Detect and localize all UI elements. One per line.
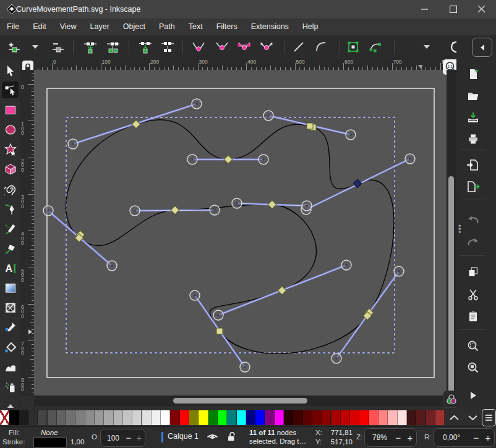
palette-swatch[interactable] (331, 410, 341, 425)
print-button[interactable] (465, 131, 481, 147)
palette-swatch[interactable] (208, 410, 218, 425)
zoom-increase-button[interactable]: + (404, 433, 416, 443)
paste-button[interactable] (465, 308, 481, 324)
menu-item-layer[interactable]: Layer (83, 19, 116, 35)
opacity-value[interactable]: 100 (107, 434, 124, 442)
break-nodes-button[interactable] (137, 39, 153, 55)
zoom-to-selection-button[interactable] (465, 338, 481, 354)
palette-swatch[interactable] (398, 410, 407, 425)
rectangle-tool-button[interactable] (2, 101, 19, 118)
palette-swatch[interactable] (369, 410, 378, 425)
palette-swatch[interactable] (104, 410, 113, 425)
palette-swatch[interactable] (161, 410, 170, 425)
vertical-scrollbar[interactable] (447, 70, 456, 395)
palette-swatch[interactable] (75, 410, 85, 425)
layer-name[interactable]: Calque 1 (168, 432, 199, 441)
undo-button[interactable] (465, 212, 481, 228)
palette-swatch[interactable] (246, 410, 255, 425)
palette-swatch[interactable] (237, 410, 246, 425)
menu-item-file[interactable]: File (0, 19, 26, 35)
panel-resize-handle[interactable]: ••• (458, 224, 461, 234)
tweak-tool-button[interactable] (2, 358, 19, 375)
rotation-spinbox[interactable]: 0,00° − + (434, 428, 495, 447)
palette-swatch[interactable] (416, 410, 425, 425)
canvas-viewport[interactable] (34, 70, 447, 395)
palette-swatch[interactable] (303, 410, 312, 425)
palette-swatch[interactable] (359, 410, 369, 425)
collapse-toolbar-button[interactable] (472, 38, 492, 57)
fill-value[interactable]: None (41, 429, 58, 436)
menu-item-help[interactable]: Help (296, 19, 325, 35)
mesh-gradient-tool-button[interactable] (2, 299, 19, 316)
ellipse-tool-button[interactable] (2, 121, 19, 138)
stroke-width-value[interactable]: 1,00 (71, 438, 84, 446)
pen-tool-button[interactable] (2, 200, 19, 217)
selector-tool-button[interactable] (2, 62, 19, 79)
layer-lock-icon[interactable] (226, 431, 236, 443)
zoom-spinbox[interactable]: 78% − + (364, 428, 417, 447)
close-button[interactable] (468, 0, 496, 19)
new-document-button[interactable] (465, 66, 481, 82)
save-document-button[interactable] (465, 157, 481, 173)
gradient-tool-button[interactable] (2, 279, 19, 296)
palette-swatch[interactable] (435, 410, 445, 425)
delete-segment-button[interactable] (160, 39, 176, 55)
palette-swatch[interactable] (114, 410, 123, 425)
palette-scroll-down-button[interactable] (465, 411, 480, 425)
palette-swatch[interactable] (293, 410, 302, 425)
palette-swatch[interactable] (284, 410, 293, 425)
palette-swatch[interactable] (57, 410, 66, 425)
menu-item-extensions[interactable]: Extensions (244, 19, 296, 35)
palette-swatch[interactable] (132, 410, 142, 425)
palette-swatch[interactable] (341, 410, 350, 425)
delete-node-button[interactable] (50, 39, 66, 55)
palette-swatch[interactable] (218, 410, 227, 425)
palette-swatch[interactable] (255, 410, 265, 425)
opacity-increase-button[interactable]: + (134, 433, 145, 443)
palette-swatch[interactable] (378, 410, 388, 425)
show-transform-handles-button[interactable] (448, 39, 464, 55)
opacity-decrease-button[interactable]: − (124, 433, 134, 443)
palette-swatch[interactable] (66, 410, 75, 425)
insert-node-button[interactable] (6, 39, 22, 55)
palette-swatch[interactable] (275, 410, 284, 425)
join-nodes-button[interactable] (82, 39, 98, 55)
stroke-to-path-button[interactable] (367, 39, 383, 55)
stroke-color-swatch[interactable] (33, 437, 67, 447)
export-button[interactable] (465, 179, 481, 195)
palette-swatch[interactable] (170, 410, 179, 425)
palette-swatch[interactable] (312, 410, 322, 425)
dropper-tool-button[interactable] (2, 319, 19, 336)
import-button[interactable] (465, 109, 481, 125)
palette-swatch[interactable] (48, 410, 57, 425)
symmetric-node-button[interactable] (236, 39, 252, 55)
vertical-scrollbar-thumb[interactable] (448, 176, 454, 394)
zoom-decrease-button[interactable]: − (393, 433, 404, 443)
rotation-decrease-button[interactable]: − (471, 433, 482, 443)
palette-swatch[interactable] (19, 410, 28, 425)
smooth-node-button[interactable] (214, 39, 230, 55)
node-tool-button[interactable] (2, 82, 19, 98)
paint-bucket-tool-button[interactable] (2, 339, 19, 355)
toolbar-overflow-dropdown-button[interactable] (419, 39, 435, 55)
box3d-tool-button[interactable] (2, 161, 19, 177)
palette-swatch[interactable] (189, 410, 199, 425)
palette-swatch[interactable] (38, 410, 47, 425)
corner-node-button[interactable] (191, 39, 207, 55)
palette-configuration-button[interactable] (482, 409, 496, 426)
zoom-value[interactable]: 78% (372, 433, 393, 442)
menu-item-filters[interactable]: Filters (210, 19, 244, 35)
maximize-button[interactable] (439, 0, 468, 19)
palette-swatch[interactable] (350, 410, 359, 425)
auto-smooth-node-button[interactable] (259, 39, 275, 55)
palette-scroll-up-button[interactable] (447, 411, 461, 425)
palette-swatch[interactable] (388, 410, 397, 425)
palette-swatch[interactable] (322, 410, 331, 425)
zoom-to-drawing-button[interactable] (465, 360, 481, 376)
menu-item-text[interactable]: Text (182, 19, 210, 35)
copy-button[interactable] (465, 264, 481, 280)
palette-swatch[interactable] (426, 410, 435, 425)
redo-button[interactable] (465, 234, 481, 250)
palette-swatch[interactable] (85, 410, 95, 425)
palette-swatch[interactable] (142, 410, 152, 425)
